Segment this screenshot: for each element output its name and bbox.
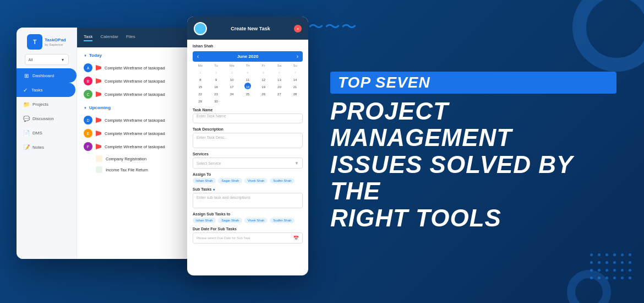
assignee-chip[interactable]: Ishan Shah — [193, 178, 216, 183]
sub-assignee-chip[interactable]: Sudhir Shah — [270, 218, 294, 223]
task-desc-placeholder: Enter Task Desc... — [197, 136, 228, 139]
task-flag-icon — [96, 78, 101, 84]
cal-cell[interactable]: 23 — [213, 90, 220, 96]
cal-cell[interactable]: 12 — [260, 75, 267, 82]
cal-cell[interactable]: 3 — [228, 68, 235, 75]
task-name-placeholder: Enter Task Name — [197, 114, 226, 118]
dms-icon: 📄 — [23, 129, 30, 136]
sub-assignee-chip[interactable]: Sagar Shah — [218, 218, 242, 223]
task-avatar: A — [84, 63, 92, 72]
cal-cell[interactable]: 10 — [228, 75, 235, 82]
cal-cell[interactable]: 14 — [292, 75, 298, 82]
cal-cell[interactable]: 9 — [213, 75, 220, 82]
cal-cell[interactable]: 28 — [292, 90, 298, 96]
discussion-icon: 💬 — [23, 115, 30, 122]
task-desc-textarea[interactable]: Enter Task Desc... — [193, 133, 303, 148]
modal-user-avatar — [194, 22, 207, 35]
cal-cell[interactable]: 25 — [244, 90, 251, 96]
services-arrow-icon: ▼ — [294, 161, 299, 166]
cal-cell[interactable]: 7 — [292, 68, 298, 75]
cal-cell[interactable]: 26 — [260, 90, 267, 96]
cal-next-button[interactable]: › — [297, 53, 298, 59]
cal-day-we: We — [224, 64, 239, 67]
sub-assignee-chip[interactable]: Ishan Shah — [193, 218, 216, 223]
due-date-label: Due Date For Sub Tasks — [193, 227, 303, 231]
cal-cell[interactable]: 11 — [244, 75, 251, 82]
task-text-8: Income Tax File Return — [106, 167, 148, 172]
services-select[interactable]: Select Service ▼ — [193, 158, 303, 169]
sidebar-item-label-projects: Projects — [32, 102, 48, 107]
task-flag-icon — [96, 131, 101, 136]
assignee-chip[interactable]: Vivek Shah — [244, 178, 268, 183]
dashboard-icon: ⊞ — [23, 72, 30, 79]
cal-cell[interactable]: 16 — [213, 83, 220, 89]
services-placeholder: Select Service — [197, 161, 221, 165]
cal-cell[interactable]: 29 — [197, 97, 204, 104]
modal-calendar: ‹ June 2020 › Mo Tu We Th Fr Sa Su 1 — [193, 51, 303, 104]
cal-cell[interactable]: 20 — [276, 83, 282, 89]
cal-cell[interactable]: 27 — [276, 90, 282, 96]
cal-cell[interactable]: 8 — [197, 75, 204, 82]
sub-assignee-chip[interactable]: Vivek Shah — [244, 218, 268, 223]
task-avatar: B — [84, 77, 92, 85]
assignee-chip[interactable]: Sudhir Shah — [270, 178, 294, 183]
sidebar-item-notes[interactable]: 📝 Notes — [17, 140, 77, 154]
sidebar-item-label-dms: DMS — [32, 131, 42, 136]
sub-tasks-label: Sub Tasks ● — [193, 187, 303, 191]
sidebar-item-label-notes: Notes — [32, 145, 44, 150]
heading-line-3: RIGHT TOOLS — [330, 204, 501, 231]
cal-cell[interactable]: 17 — [228, 83, 235, 89]
sidebar-item-discussion[interactable]: 💬 Discussion — [17, 111, 77, 126]
cal-cell[interactable]: 1 — [197, 68, 204, 75]
task-name-input[interactable]: Enter Task Name — [193, 113, 303, 123]
cal-cell[interactable]: 21 — [292, 83, 298, 89]
cal-day-mo: Mo — [193, 64, 208, 67]
modal-user-name: Ishan Shah — [193, 44, 303, 48]
tab-calendar[interactable]: Calendar — [100, 34, 118, 41]
cal-cell-today[interactable]: 18 — [244, 83, 251, 89]
task-desc-field: Task Description Enter Task Desc... — [193, 127, 303, 148]
calendar-days-header: Mo Tu We Th Fr Sa Su — [193, 64, 303, 67]
sidebar-item-projects[interactable]: 📁 Projects — [17, 97, 77, 111]
logo-sub: by Sapience — [45, 43, 66, 46]
dropdown-arrow-icon: ▼ — [61, 58, 65, 62]
cal-cell[interactable]: 5 — [260, 68, 267, 75]
sidebar-item-dashboard[interactable]: ⊞ Dashboard — [17, 68, 77, 83]
create-task-modal: Create New Task × Ishan Shah ‹ June 2020… — [187, 17, 308, 275]
task-text-6: Complete Wireframe of taskopad — [105, 144, 165, 149]
modal-close-button[interactable]: × — [294, 25, 302, 33]
task-flag-icon — [96, 144, 101, 149]
sidebar-item-tasks[interactable]: ✓ Tasks — [17, 83, 75, 97]
cal-month-title: June 2020 — [237, 54, 259, 59]
cal-cell[interactable]: 30 — [213, 97, 220, 104]
tab-task[interactable]: Task — [84, 34, 92, 41]
due-date-input[interactable]: Please select Due Date for Sub Task 📅 — [193, 232, 303, 244]
cal-cell[interactable]: 6 — [276, 68, 282, 75]
cal-cell[interactable]: 24 — [228, 90, 235, 96]
tab-files[interactable]: Files — [126, 34, 135, 41]
cal-cell[interactable]: 15 — [197, 83, 204, 89]
cal-cell[interactable]: 2 — [213, 68, 220, 75]
sub-task-textarea[interactable]: Enter sub task and descriptions — [193, 193, 303, 208]
assignee-chip[interactable]: Sagar Shah — [218, 178, 242, 183]
sidebar-item-dms[interactable]: 📄 DMS — [17, 126, 77, 140]
task-flag-icon — [96, 65, 101, 71]
modal-body: Ishan Shah ‹ June 2020 › Mo Tu We Th Fr — [187, 40, 308, 274]
calendar-header: ‹ June 2020 › — [193, 51, 303, 62]
cal-cell[interactable]: 13 — [276, 75, 282, 82]
task-flag-icon — [96, 91, 101, 97]
calendar-icon: 📅 — [293, 236, 299, 241]
main-container: 〜〜〜 T TaskOPad by Sapience — [0, 0, 644, 303]
due-date-placeholder: Please select Due Date for Sub Task — [197, 236, 250, 240]
cal-cell[interactable]: 4 — [244, 68, 251, 75]
sub-assignee-chips: Ishan Shah Sagar Shah Vivek Shah Sudhir … — [193, 218, 303, 223]
task-flag-icon — [96, 117, 101, 123]
cal-prev-button[interactable]: ‹ — [197, 53, 199, 59]
task-desc-label: Task Description — [193, 127, 303, 131]
cal-cell[interactable]: 19 — [260, 83, 267, 89]
sidebar-dropdown-label: All — [29, 58, 33, 62]
sidebar-dropdown[interactable]: All ▼ — [25, 54, 69, 65]
cal-day-tu: Tu — [209, 64, 224, 67]
cal-cell[interactable]: 22 — [197, 90, 204, 96]
sidebar-item-label-tasks: Tasks — [31, 88, 42, 93]
